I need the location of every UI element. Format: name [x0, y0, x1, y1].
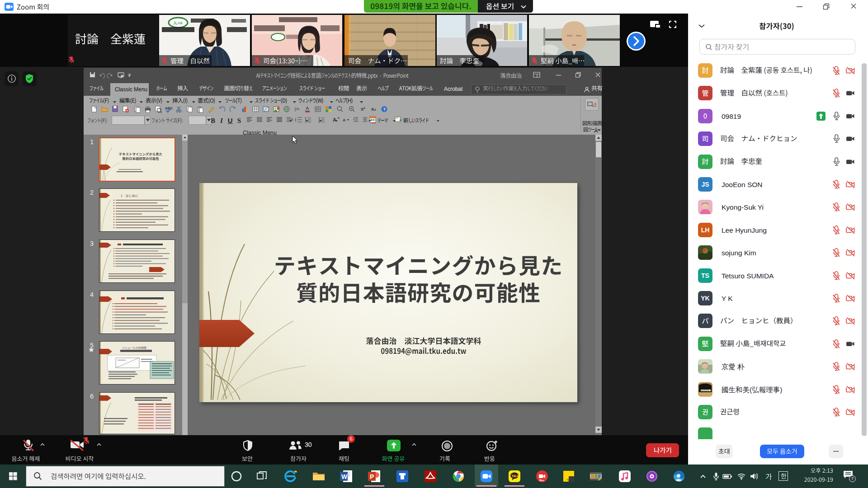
- svg-text:Rec: Rec: [539, 479, 545, 482]
- svg-text:TALK: TALK: [512, 474, 519, 478]
- svg-text:?: ?: [383, 107, 386, 112]
- svg-text:x²: x²: [361, 106, 365, 112]
- svg-text:x₂: x₂: [371, 106, 376, 112]
- svg-text:P: P: [370, 473, 374, 480]
- svg-text:JLAK: JLAK: [173, 21, 183, 25]
- svg-text:W: W: [341, 473, 348, 480]
- svg-text:ABC: ABC: [165, 106, 173, 110]
